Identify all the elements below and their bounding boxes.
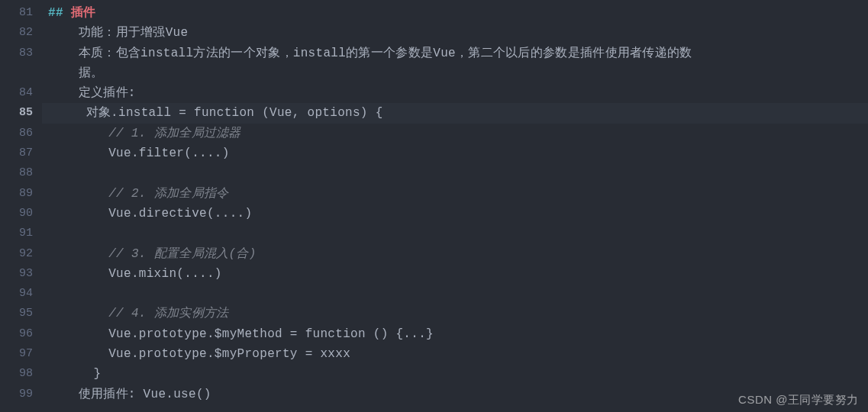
token-plain: [48, 127, 108, 140]
line-number: 88: [0, 163, 33, 183]
token-plain: Vue.directive(....): [48, 207, 252, 220]
token-comment: // 4. 添加实例方法: [108, 307, 228, 320]
line-number: 91: [0, 224, 33, 243]
line-number: 99: [0, 385, 33, 404]
code-line[interactable]: 本质：包含install方法的一个对象，install的第一个参数是Vue，第二…: [48, 43, 868, 63]
line-number: 94: [0, 284, 33, 304]
code-line[interactable]: Vue.filter(....): [48, 143, 868, 163]
token-plain: 使用插件: Vue.use(): [48, 388, 211, 401]
code-line[interactable]: // 2. 添加全局指令: [48, 184, 868, 204]
line-number: 92: [0, 244, 33, 264]
token-plain: [48, 247, 108, 261]
line-number: 81: [0, 3, 33, 23]
token-plain: Vue.prototype.$myProperty = xxxx: [48, 347, 350, 361]
code-line[interactable]: [48, 284, 868, 304]
code-line[interactable]: // 3. 配置全局混入(合): [48, 244, 868, 264]
token-plain: 据。: [48, 66, 103, 80]
token-plain: Vue.prototype.$myMethod = function () {.…: [48, 327, 434, 341]
line-number: 86: [0, 124, 33, 143]
line-number: 89: [0, 184, 33, 204]
watermark: CSDN @王同学要努力: [738, 393, 859, 407]
code-line[interactable]: 定义插件:: [48, 83, 868, 103]
line-number: 97: [0, 344, 33, 364]
token-heading: 插件: [71, 6, 96, 20]
token-plain: }: [48, 367, 101, 381]
line-number: 87: [0, 143, 33, 163]
code-line[interactable]: 功能：用于增强Vue: [48, 23, 868, 43]
line-number: 96: [0, 324, 33, 344]
token-op: ##: [48, 6, 71, 20]
line-number: 90: [0, 204, 33, 224]
line-number: 84: [0, 83, 33, 103]
code-line[interactable]: ## 插件: [48, 3, 868, 23]
code-line[interactable]: }: [48, 364, 868, 384]
line-number-gutter: 81828384858687888990919293949596979899: [0, 0, 42, 412]
code-line[interactable]: Vue.prototype.$myProperty = xxxx: [48, 344, 868, 364]
line-number: 83: [0, 43, 33, 63]
token-plain: Vue.filter(....): [48, 146, 230, 160]
token-comment: // 1. 添加全局过滤器: [108, 127, 241, 140]
line-number: 93: [0, 264, 33, 284]
code-editor[interactable]: 81828384858687888990919293949596979899 #…: [0, 0, 868, 412]
token-plain: [48, 187, 108, 201]
line-number: 85: [0, 103, 33, 123]
code-line[interactable]: // 1. 添加全局过滤器: [48, 124, 868, 143]
code-line[interactable]: // 4. 添加实例方法: [48, 304, 868, 323]
code-line[interactable]: Vue.directive(....): [48, 204, 868, 224]
token-plain: [48, 307, 108, 320]
code-line[interactable]: [48, 163, 868, 183]
line-number: 82: [0, 23, 33, 43]
token-plain: 对象.install = function (Vue, options) {: [48, 106, 383, 120]
line-number: 95: [0, 304, 33, 323]
code-line[interactable]: 对象.install = function (Vue, options) {: [42, 103, 868, 123]
token-plain: Vue.mixin(....): [48, 267, 222, 281]
token-plain: 定义插件:: [48, 86, 136, 100]
code-line[interactable]: Vue.mixin(....): [48, 264, 868, 284]
line-number: 98: [0, 364, 33, 384]
token-comment: // 2. 添加全局指令: [108, 187, 228, 201]
token-plain: 本质：包含install方法的一个对象，install的第一个参数是Vue，第二…: [48, 47, 692, 60]
code-line[interactable]: 据。: [48, 63, 868, 83]
code-line[interactable]: Vue.prototype.$myMethod = function () {.…: [48, 324, 868, 344]
line-number: [0, 63, 33, 83]
token-comment: // 3. 配置全局混入(合): [108, 247, 256, 261]
token-plain: 功能：用于增强Vue: [48, 26, 188, 40]
code-area[interactable]: ## 插件 功能：用于增强Vue 本质：包含install方法的一个对象，ins…: [42, 0, 868, 412]
code-line[interactable]: [48, 224, 868, 243]
